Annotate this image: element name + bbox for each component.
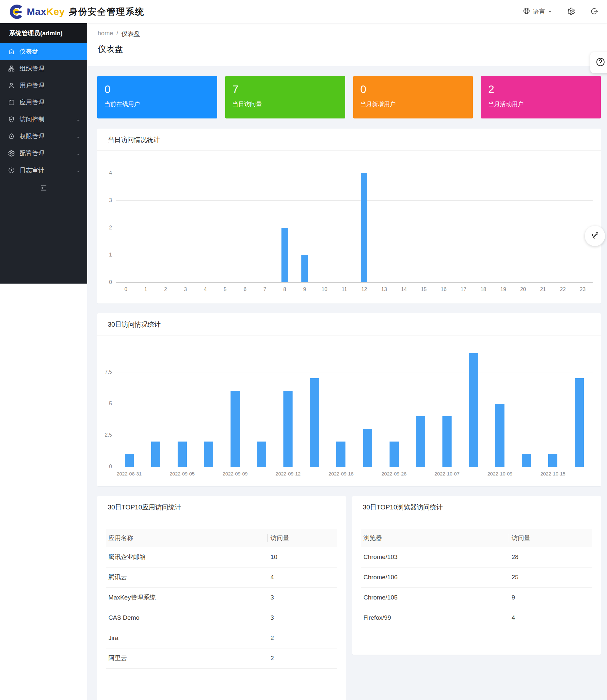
- bar-slot: [294, 173, 314, 282]
- logout-button[interactable]: [590, 7, 599, 16]
- sidebar-item-1[interactable]: 组织管理: [0, 60, 87, 77]
- sidebar-item-2[interactable]: 用户管理: [0, 77, 87, 94]
- table-title: 30日TOP10应用访问统计: [97, 496, 346, 518]
- bar-slot: [394, 173, 414, 282]
- content: 0当前在线用户7当日访问量0当月新增用户2当月活动用户 当日访问情况统计 012…: [87, 66, 607, 700]
- bar-slot: [116, 173, 136, 282]
- bar-slot: [374, 173, 394, 282]
- brand: MaxKey 身份安全管理系统: [8, 4, 144, 19]
- count-cell: 4: [509, 608, 592, 628]
- daily-visits-chart-card: 当日访问情况统计 0123401234567891011121314151617…: [97, 129, 601, 304]
- x-axis-tick-label: 16: [434, 286, 454, 292]
- top-navbar: MaxKey 身份安全管理系统 语言: [0, 0, 607, 23]
- bar: [151, 441, 160, 467]
- sidebar: 系统管理员(admin) 仪表盘组织管理用户管理应用管理访问控制权限管理配置管理…: [0, 23, 87, 284]
- name-cell: 腾讯云: [106, 567, 268, 587]
- stat-card-3: 2当月活动用户: [481, 76, 601, 118]
- x-axis-tick-label: 2022-10-07: [434, 471, 460, 477]
- bar: [390, 441, 399, 467]
- theme-button[interactable]: [585, 226, 605, 246]
- x-axis-tick-label: 5: [215, 286, 235, 292]
- logout-icon: [590, 7, 599, 16]
- stat-label: 当月活动用户: [488, 100, 593, 108]
- name-cell: MaxKey管理系统: [106, 587, 268, 608]
- bar: [257, 441, 266, 467]
- stat-value: 0: [360, 83, 466, 95]
- stat-cards-row: 0当前在线用户7当日访问量0当月新增用户2当月活动用户: [97, 76, 601, 118]
- sidebar-item-6[interactable]: 配置管理: [0, 145, 87, 162]
- y-axis-tick-label: 1: [109, 252, 112, 258]
- x-axis-labels: 01234567891011121314151617181920212223: [116, 283, 593, 292]
- x-axis-labels: 2022-08-312022-09-052022-09-092022-09-12…: [116, 467, 593, 477]
- sidebar-item-3[interactable]: 应用管理: [0, 94, 87, 111]
- breadcrumb-home-link[interactable]: home: [98, 30, 113, 38]
- gear-icon: [567, 7, 575, 16]
- name-cell: 腾讯企业邮箱: [106, 547, 268, 567]
- bar: [522, 454, 531, 467]
- bar-slot: [275, 173, 295, 282]
- bar: [548, 454, 557, 467]
- bar-slot: [142, 353, 169, 467]
- sidebar-item-7[interactable]: 日志审计: [0, 162, 87, 179]
- x-axis-tick-label: 10: [314, 286, 334, 292]
- table-row: Chrome/10328: [361, 547, 592, 567]
- table-title: 30日TOP10浏览器访问统计: [352, 496, 601, 518]
- brand-key: Key: [46, 6, 65, 17]
- table-row: CAS Demo3: [106, 608, 337, 628]
- sidebar-item-label: 访问控制: [20, 115, 76, 124]
- bar-slot: [381, 353, 407, 467]
- x-axis-tick-label: 2022-09-05: [169, 471, 195, 477]
- stat-card-2: 0当月新增用户: [353, 76, 473, 118]
- bar: [363, 429, 372, 467]
- help-button[interactable]: [590, 52, 607, 73]
- sidebar-item-5[interactable]: 权限管理: [0, 128, 87, 145]
- stat-value: 0: [104, 83, 210, 95]
- count-cell: 2: [268, 628, 337, 648]
- top-apps-table: 应用名称访问量腾讯企业邮箱10腾讯云4MaxKey管理系统3CAS Demo3J…: [106, 529, 337, 669]
- bar-slot: [195, 353, 222, 467]
- column-header: 浏览器: [361, 529, 509, 547]
- daily-visits-bar-chart: 0123401234567891011121314151617181920212…: [97, 173, 601, 292]
- bar-slot: [460, 353, 486, 467]
- name-cell: Jira: [106, 628, 268, 648]
- bar-slot: [215, 173, 235, 282]
- sidebar-item-4[interactable]: 访问控制: [0, 111, 87, 128]
- y-axis-tick-label: 3: [109, 197, 112, 203]
- x-axis-tick-label: 20: [513, 286, 533, 292]
- clock-icon: [8, 167, 15, 174]
- user-icon: [8, 82, 15, 89]
- count-cell: 3: [268, 587, 337, 608]
- y-axis-tick-label: 2.5: [105, 432, 112, 438]
- bar-slot: [513, 353, 540, 467]
- table-row: MaxKey管理系统3: [106, 587, 337, 608]
- count-cell: 10: [268, 547, 337, 567]
- bar: [442, 416, 452, 467]
- bar-slot: [301, 353, 328, 467]
- main-area: home / 仪表盘 仪表盘 0当前在线用户7当日访问量0当月新增用户2当月活动…: [87, 23, 607, 700]
- chart-title: 30日访问情况统计: [97, 313, 601, 335]
- bar-slot: [407, 353, 434, 467]
- sidebar-item-0[interactable]: 仪表盘: [0, 43, 87, 60]
- breadcrumb-separator: /: [117, 30, 118, 38]
- monthly-visits-bar-chart: 02.557.52022-08-312022-09-052022-09-0920…: [97, 353, 601, 477]
- sidebar-item-label: 用户管理: [20, 81, 81, 90]
- menu-fold-icon[interactable]: [40, 184, 48, 193]
- y-axis-tick-label: 7.5: [105, 369, 112, 375]
- bar-slot: [255, 173, 275, 282]
- stat-label: 当日访问量: [232, 100, 338, 108]
- sidebar-menu: 仪表盘组织管理用户管理应用管理访问控制权限管理配置管理日志审计: [0, 43, 87, 179]
- x-axis-tick-label: 14: [394, 286, 414, 292]
- name-cell: 阿里云: [106, 648, 268, 668]
- table-row: 腾讯企业邮箱10: [106, 547, 337, 567]
- settings-button[interactable]: [567, 7, 575, 16]
- bar-slot: [354, 173, 374, 282]
- x-axis-tick-label: 2022-08-31: [116, 471, 142, 477]
- name-cell: Chrome/106: [361, 567, 509, 587]
- bar: [336, 441, 346, 467]
- language-menu[interactable]: 语言: [523, 7, 552, 16]
- stat-label: 当月新增用户: [360, 100, 466, 108]
- bar-slot: [513, 173, 533, 282]
- navbar-actions: 语言: [523, 7, 599, 16]
- x-axis-tick-label: 0: [116, 286, 136, 292]
- table-row: Jira2: [106, 628, 337, 648]
